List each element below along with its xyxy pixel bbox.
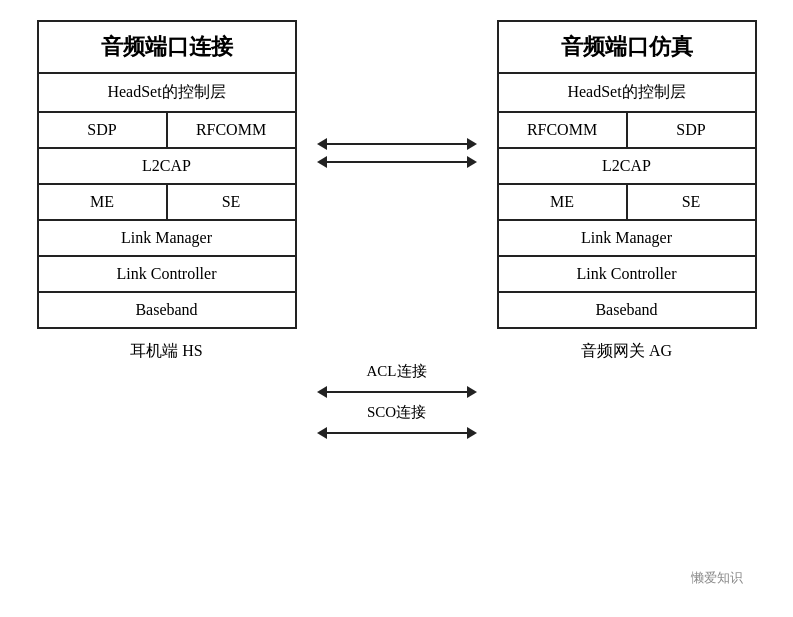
left-stack-title: 音频端口连接 — [39, 22, 295, 74]
right-cell-link-controller: Link Controller — [499, 257, 755, 291]
left-cell-baseband: Baseband — [39, 293, 295, 327]
right-cell-se: SE — [628, 185, 755, 219]
stacks-row: 音频端口连接 HeadSet的控制层 SDP RFCOMM L2CAP ME S… — [10, 20, 783, 329]
top-arrowhead-right2 — [467, 156, 477, 168]
top-arrows — [317, 135, 477, 171]
left-cell-link-controller: Link Controller — [39, 257, 295, 291]
left-cell-sdp: SDP — [39, 113, 168, 147]
left-row-l2cap: L2CAP — [39, 149, 295, 185]
left-cell-me: ME — [39, 185, 168, 219]
top-arrow-left — [317, 138, 477, 150]
right-cell-sdp: SDP — [628, 113, 755, 147]
acl-arrowhead-right — [467, 386, 477, 398]
top-shaft-2 — [327, 161, 467, 163]
acl-arrow — [317, 386, 477, 398]
right-cell-link-manager: Link Manager — [499, 221, 755, 255]
right-row-headset: HeadSet的控制层 — [499, 74, 755, 113]
top-arrowhead-right — [467, 138, 477, 150]
left-row-headset: HeadSet的控制层 — [39, 74, 295, 113]
right-cell-headset: HeadSet的控制层 — [499, 74, 755, 111]
right-stack: 音频端口仿真 HeadSet的控制层 RFCOMM SDP L2CAP ME S… — [497, 20, 757, 329]
right-cell-l2cap: L2CAP — [499, 149, 755, 183]
left-cell-rfcomm: RFCOMM — [168, 113, 295, 147]
right-row-link-controller: Link Controller — [499, 257, 755, 293]
left-row-link-controller: Link Controller — [39, 257, 295, 293]
labels-row: 耳机端 HS 音频网关 AG — [10, 341, 783, 362]
right-stack-label: 音频网关 AG — [497, 341, 757, 362]
top-arrowhead-left2 — [317, 156, 327, 168]
right-row-l2cap: L2CAP — [499, 149, 755, 185]
sco-arrowhead-left — [317, 427, 327, 439]
sco-shaft — [327, 432, 467, 434]
top-arrowhead-left — [317, 138, 327, 150]
acl-arrowhead-left — [317, 386, 327, 398]
left-cell-link-manager: Link Manager — [39, 221, 295, 255]
top-arrow-right — [317, 156, 477, 168]
left-row-sdp-rfcomm: SDP RFCOMM — [39, 113, 295, 149]
diagram-wrapper: 音频端口连接 HeadSet的控制层 SDP RFCOMM L2CAP ME S… — [0, 0, 793, 617]
left-row-me-se: ME SE — [39, 185, 295, 221]
right-row-baseband: Baseband — [499, 293, 755, 327]
sco-arrow — [317, 427, 477, 439]
top-shaft-1 — [327, 143, 467, 145]
acl-arrows: ACL连接 SCO连接 — [317, 360, 477, 442]
left-cell-headset: HeadSet的控制层 — [39, 74, 295, 111]
right-row-link-manager: Link Manager — [499, 221, 755, 257]
acl-shaft — [327, 391, 467, 393]
acl-label: ACL连接 — [367, 362, 427, 381]
left-cell-l2cap: L2CAP — [39, 149, 295, 183]
middle-label-spacer — [297, 341, 497, 362]
right-cell-me: ME — [499, 185, 628, 219]
sco-label: SCO连接 — [367, 403, 426, 422]
right-stack-title: 音频端口仿真 — [499, 22, 755, 74]
right-cell-baseband: Baseband — [499, 293, 755, 327]
right-row-me-se: ME SE — [499, 185, 755, 221]
watermark: 懒爱知识 — [691, 569, 743, 587]
left-stack: 音频端口连接 HeadSet的控制层 SDP RFCOMM L2CAP ME S… — [37, 20, 297, 329]
right-row-rfcomm-sdp: RFCOMM SDP — [499, 113, 755, 149]
right-cell-rfcomm: RFCOMM — [499, 113, 628, 147]
left-row-link-manager: Link Manager — [39, 221, 295, 257]
left-cell-se: SE — [168, 185, 295, 219]
left-stack-label: 耳机端 HS — [37, 341, 297, 362]
left-row-baseband: Baseband — [39, 293, 295, 327]
sco-arrowhead-right — [467, 427, 477, 439]
